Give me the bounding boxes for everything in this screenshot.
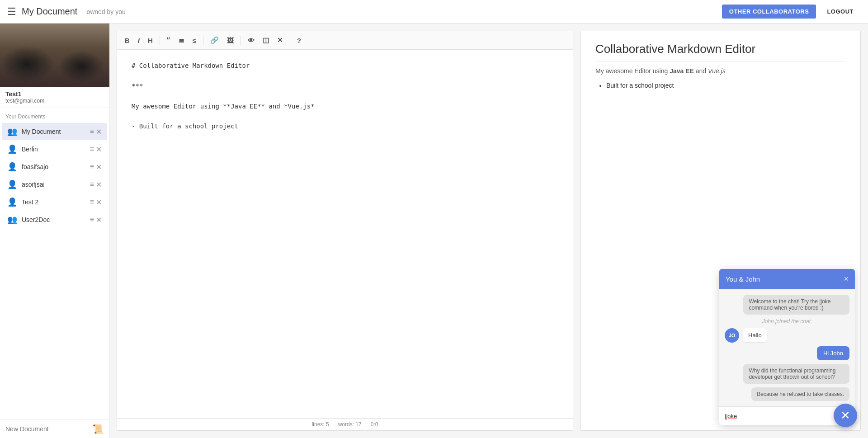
editor-line-1: # Collaborative Markdown Editor — [132, 61, 558, 71]
list-icon[interactable]: ≡ — [90, 198, 94, 206]
bold-button[interactable]: B — [123, 35, 132, 46]
quote-button[interactable]: “ — [165, 35, 173, 46]
close-icon[interactable]: ✕ — [96, 198, 102, 207]
chat-message-welcome: Welcome to the chat! Try the |joke comma… — [743, 295, 849, 315]
sidebar-documents-list: 👥 My Document ≡ ✕ 👤 Berlin ≡ ✕ 👤 foasifs… — [0, 122, 109, 419]
user-photo — [0, 24, 109, 87]
other-collaborators-button[interactable]: OTHER COLLABORATORS — [722, 5, 816, 19]
close-icon[interactable]: ✕ — [96, 216, 102, 224]
sidebar-item-label: User2Doc — [22, 216, 90, 223]
preview-title: Collaborative Markdown Editor — [595, 42, 846, 62]
sidebar-item-my-document[interactable]: 👥 My Document ≡ ✕ — [2, 123, 107, 140]
italic-button[interactable]: I — [136, 35, 142, 46]
menu-icon[interactable]: ☰ — [7, 6, 16, 18]
sidebar-item-label: Berlin — [22, 146, 90, 153]
ordered-list-button[interactable]: ≤ — [190, 35, 198, 46]
close-icon[interactable]: ✕ — [96, 163, 102, 171]
person-icon: 👤 — [7, 144, 17, 154]
sidebar-item-actions: ≡ ✕ — [90, 145, 102, 154]
main-layout: Test1 test@gmail.com Your Documents 👥 My… — [0, 24, 868, 438]
close-icon[interactable]: ✕ — [96, 180, 102, 189]
words-count: words: 17 — [338, 421, 362, 428]
group-icon: 👥 — [7, 127, 17, 137]
toolbar-divider-4 — [290, 36, 290, 45]
heading-button[interactable]: H — [146, 35, 155, 46]
preview-text-plain1: My awesome Editor using — [595, 67, 670, 75]
sidebar-item-label: foasifsajo — [22, 163, 90, 170]
chat-close-button[interactable]: × — [844, 274, 849, 284]
clear-button[interactable]: ✕ — [275, 35, 285, 46]
main-content: B I H “ ≣ ≤ 🔗 🖼 👁 ◫ ✕ ? # Collaborative … — [109, 24, 868, 438]
list-icon[interactable]: ≡ — [90, 163, 94, 171]
sidebar-item-berlin[interactable]: 👤 Berlin ≡ ✕ — [2, 141, 107, 158]
preview-list-item: Built for a school project — [606, 82, 846, 89]
sidebar-item-user2doc[interactable]: 👥 User2Doc ≡ ✕ — [2, 211, 107, 228]
sidebar-item-foasifsajo[interactable]: 👤 foasifsajo ≡ ✕ — [2, 158, 107, 175]
list-icon[interactable]: ≡ — [90, 145, 94, 153]
preview-list: Built for a school project — [606, 82, 846, 89]
editor-line-4: - Built for a school project — [132, 121, 558, 131]
link-button[interactable]: 🔗 — [208, 35, 221, 46]
preview-button[interactable]: 👁 — [245, 35, 257, 46]
editor-toolbar: B I H “ ≣ ≤ 🔗 🖼 👁 ◫ ✕ ? — [117, 31, 573, 50]
sidebar-item-actions: ≡ ✕ — [90, 198, 102, 207]
new-document-row[interactable]: 📜 — [0, 419, 109, 438]
logout-button[interactable]: LOGOUT — [820, 5, 861, 19]
sidebar-user-info: Test1 test@gmail.com — [0, 87, 109, 108]
chat-header: You & John × — [719, 269, 855, 289]
sidebar-item-label: Test 2 — [22, 198, 90, 206]
toolbar-divider-3 — [241, 36, 241, 45]
list-icon[interactable]: ≡ — [90, 180, 94, 188]
new-document-input[interactable] — [5, 425, 89, 433]
chat-avatar-jo: JO — [725, 328, 739, 343]
list-icon[interactable]: ≡ — [90, 216, 94, 224]
chat-messages: Welcome to the chat! Try the |joke comma… — [719, 289, 855, 406]
image-button[interactable]: 🖼 — [225, 35, 236, 46]
preview-text-bold: Java EE — [670, 67, 694, 75]
sidebar-item-test2[interactable]: 👤 Test 2 ≡ ✕ — [2, 193, 107, 211]
editor-footer: lines: 5 words: 17 0:0 — [117, 418, 573, 430]
chat-bubble-incoming: Hallo — [743, 328, 767, 342]
editor-body[interactable]: # Collaborative Markdown Editor *** My a… — [117, 50, 573, 418]
sidebar-item-label: asoifjsai — [22, 181, 90, 188]
list-icon[interactable]: ≡ — [90, 127, 94, 136]
preview-text-plain2: and — [694, 67, 708, 75]
toolbar-divider — [160, 36, 160, 45]
top-navbar: ☰ My Document owned by you OTHER COLLABO… — [0, 0, 868, 24]
unordered-list-button[interactable]: ≣ — [176, 35, 187, 46]
fab-button[interactable]: ✕ — [834, 404, 857, 427]
sidebar-item-actions: ≡ ✕ — [90, 127, 102, 136]
add-document-icon[interactable]: 📜 — [92, 424, 104, 434]
close-icon[interactable]: ✕ — [96, 127, 102, 136]
chat-message-hi-john: Hi John — [817, 346, 849, 360]
group-icon: 👥 — [7, 215, 17, 225]
fab-icon: ✕ — [840, 409, 850, 423]
sidebar-item-actions: ≡ ✕ — [90, 163, 102, 171]
owned-by-label: owned by you — [86, 8, 125, 15]
chat-message-join: John joined the chat. — [762, 318, 812, 325]
sidebar-item-label: My Document — [22, 128, 90, 135]
sidebar-email: test@gmail.com — [5, 98, 104, 104]
help-button[interactable]: ? — [295, 35, 303, 46]
toolbar-divider-2 — [203, 36, 203, 45]
preview-text-italic: Vue.js — [708, 67, 726, 75]
person-icon: 👤 — [7, 197, 17, 207]
sidebar-item-actions: ≡ ✕ — [90, 180, 102, 189]
preview-subtitle: My awesome Editor using Java EE and Vue.… — [595, 67, 846, 75]
sidebar-item-asoifjsai[interactable]: 👤 asoifjsai ≡ ✕ — [2, 176, 107, 193]
close-icon[interactable]: ✕ — [96, 145, 102, 154]
chat-message-joke-question: Why did the functional programming devel… — [743, 364, 849, 384]
sidebar-hero-image — [0, 24, 109, 87]
table-button[interactable]: ◫ — [260, 35, 271, 46]
preview-area: Collaborative Markdown Editor My awesome… — [580, 31, 861, 431]
topnav-left: ☰ My Document owned by you — [7, 6, 126, 18]
person-icon: 👤 — [7, 162, 17, 172]
chat-input[interactable] — [725, 413, 838, 419]
editor-area: B I H “ ≣ ≤ 🔗 🖼 👁 ◫ ✕ ? # Collaborative … — [117, 31, 573, 431]
topnav-right: OTHER COLLABORATORS LOGOUT — [722, 5, 861, 19]
cursor-position: 0:0 — [371, 421, 378, 428]
chat-panel: You & John × Welcome to the chat! Try th… — [719, 269, 855, 425]
sidebar-item-actions: ≡ ✕ — [90, 216, 102, 224]
chat-message-joke-answer: Because he refused to take classes. — [751, 387, 849, 401]
person-icon: 👤 — [7, 179, 17, 189]
